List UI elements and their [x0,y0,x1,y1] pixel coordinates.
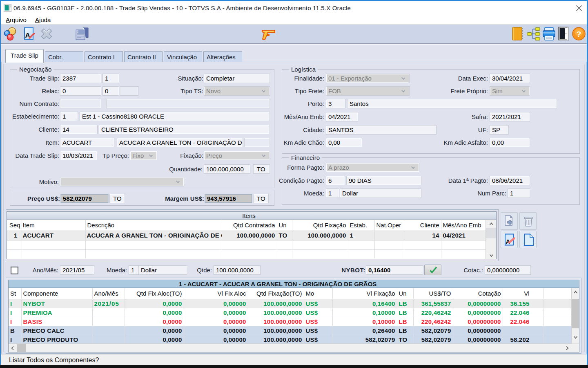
svg-text:?: ? [577,30,581,38]
